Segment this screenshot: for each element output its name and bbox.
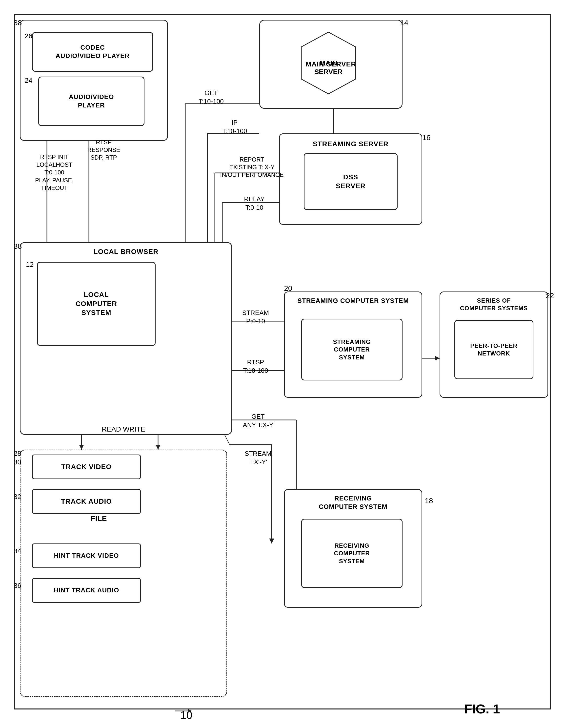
dss-server-box: DSS SERVER [304,153,397,210]
hint-track-video-ref: 34 [14,547,21,555]
track-video-box: TRACK VIDEO [32,455,141,479]
receiving-computer-inner-label: RECEIVING COMPUTER SYSTEM [334,542,370,565]
hint-track-audio-label: HINT TRACK AUDIO [54,586,119,595]
get-t-label: GET T:10-100 [187,89,236,106]
read-write-label: READ WRITE [77,425,170,434]
track-audio-box: TRACK AUDIO [32,489,141,514]
relay-label: RELAY T:0-10 [230,195,279,212]
hint-track-audio-ref: 36 [14,582,21,590]
stream-t-label: STREAM T:X'-Y' [231,450,285,466]
svg-marker-38 [269,539,274,543]
local-computer-box: LOCAL COMPUTER SYSTEM [37,262,156,346]
ip-t-label: IP T:10-100 [210,119,259,135]
av-player-label: AUDIO/VIDEO PLAYER [69,93,114,110]
streaming-computer-label: STREAMING COMPUTER SYSTEM [285,297,421,305]
streaming-server-ref: 16 [422,133,430,142]
receiving-computer-ref: 18 [425,497,433,505]
svg-text:SERVER: SERVER [314,68,343,76]
local-browser-bottom-ref: 38 [14,242,22,250]
hint-track-audio-box: HINT TRACK AUDIO [32,578,141,603]
track-audio-ref: 32 [14,493,21,501]
peer-network-label: PEER-TO-PEER NETWORK [470,342,518,357]
local-computer-label: LOCAL COMPUTER SYSTEM [76,290,117,317]
local-computer-ref: 12 [26,261,34,269]
svg-marker-51 [188,709,192,713]
receiving-computer-label: RECEIVING COMPUTER SYSTEM [285,494,421,511]
streaming-computer-inner-box: STREAMING COMPUTER SYSTEM [301,319,402,380]
rtsp-t-label: RTSP T:10-100 [231,358,280,375]
fig-label: FIG. 1 [464,702,500,716]
dss-server-label: DSS SERVER [336,173,366,191]
streaming-computer-inner-label: STREAMING COMPUTER SYSTEM [333,338,371,361]
rtsp-init-label: RTSP INIT LOCALHOST T:0-100 PLAY, PAUSE,… [23,153,85,192]
stream-p-label: STREAM P:0-10 [231,309,280,326]
file-box-ref: 28 [14,450,21,458]
track-video-ref: 30 [14,458,21,466]
codec-player-box: CODEC AUDIO/VIDEO PLAYER [32,32,153,72]
av-player-ref: 24 [25,77,32,84]
track-video-label: TRACK VIDEO [61,462,112,471]
local-browser-top-ref: 38 [14,19,22,27]
svg-text:MAIN: MAIN [319,59,337,67]
local-browser-bottom-label: LOCAL BROWSER [21,247,232,256]
file-box [20,450,227,697]
svg-marker-26 [435,356,439,361]
hint-track-video-label: HINT TRACK VIDEO [54,552,119,560]
main-server-hexagon: MAIN SERVER [296,30,360,99]
get-any-label: GET ANY T:X-Y [231,413,285,429]
track-audio-label: TRACK AUDIO [61,497,112,506]
hint-track-video-box: HINT TRACK VIDEO [32,543,141,568]
svg-marker-32 [156,445,161,450]
diagram: LOCAL BROWSER 38 CODEC AUDIO/VIDEO PLAYE… [0,0,566,728]
main-server-ref: 14 [400,19,408,27]
codec-player-label: CODEC AUDIO/VIDEO PLAYER [56,43,130,60]
codec-player-ref: 26 [25,32,32,40]
series-computers-ref: 22 [546,291,554,300]
av-player-box: AUDIO/VIDEO PLAYER [38,77,145,126]
streaming-server-label: STREAMING SERVER [280,140,421,148]
receiving-computer-inner-box: RECEIVING COMPUTER SYSTEM [301,519,402,588]
series-computers-label: SERIES OF COMPUTER SYSTEMS [440,297,547,312]
svg-marker-29 [79,445,84,450]
rtsp-response-label: RTSP RESPONSE SDP, RTP [79,138,128,162]
peer-network-box: PEER-TO-PEER NETWORK [454,320,533,379]
fig-arrow [173,706,193,716]
report-label: REPORT EXISTING T: X-Y IN/OUT PERFOMANCE [215,156,289,179]
streaming-computer-ref: 20 [284,284,292,292]
